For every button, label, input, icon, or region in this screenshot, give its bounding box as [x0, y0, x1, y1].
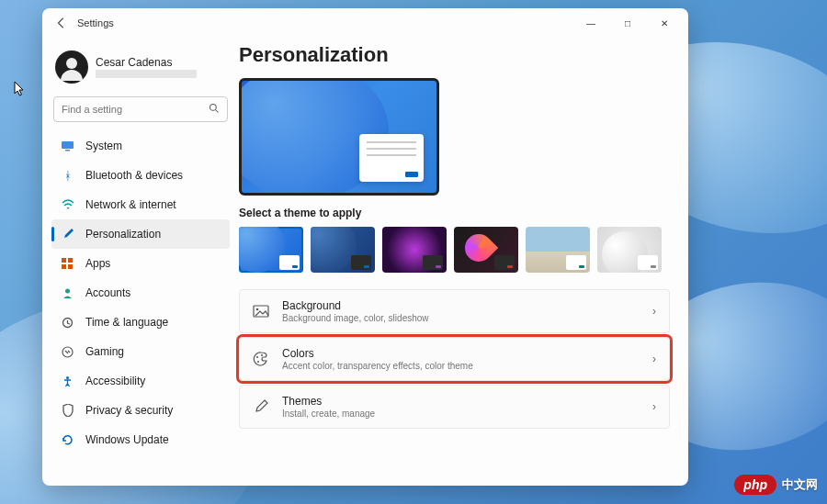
watermark: php 中文网 [734, 475, 818, 495]
watermark-text: 中文网 [782, 476, 818, 493]
back-arrow-icon [55, 17, 68, 29]
window-title: Settings [77, 17, 114, 28]
avatar [55, 50, 88, 84]
svg-point-16 [261, 354, 263, 356]
theme-section-label: Select a theme to apply [239, 207, 670, 219]
desktop-preview [239, 78, 439, 196]
system-icon [61, 140, 74, 153]
sidebar-item-privacy[interactable]: Privacy & security [51, 396, 230, 425]
bluetooth-icon: ᚼ [61, 169, 74, 183]
mouse-cursor-icon [14, 81, 25, 97]
svg-rect-7 [68, 264, 73, 269]
update-icon [61, 433, 74, 447]
close-button[interactable]: ✕ [646, 10, 683, 36]
php-badge: php [734, 475, 776, 495]
svg-rect-4 [62, 258, 66, 263]
back-button[interactable] [48, 17, 75, 29]
setting-title: Themes [282, 395, 640, 408]
theme-thumb-windows-light[interactable] [239, 227, 303, 273]
setting-title: Colors [282, 347, 640, 360]
minimize-button[interactable]: — [572, 10, 609, 36]
svg-rect-5 [68, 258, 73, 263]
search-input[interactable] [62, 104, 209, 115]
profile-email-placeholder [96, 70, 197, 78]
sidebar-item-label: Accessibility [85, 375, 145, 387]
sidebar-item-label: Bluetooth & devices [85, 169, 183, 182]
chevron-right-icon: › [652, 400, 656, 413]
accounts-icon [61, 286, 74, 300]
sidebar-item-network[interactable]: Network & internet [51, 190, 230, 219]
setting-row-themes[interactable]: Themes Install, create, manage › [239, 385, 670, 429]
setting-row-background[interactable]: Background Background image, color, slid… [239, 289, 670, 333]
preview-window-icon [359, 134, 424, 182]
sidebar-item-time[interactable]: Time & language [51, 308, 230, 337]
setting-title: Background [282, 299, 640, 312]
minimize-icon: — [586, 18, 595, 28]
svg-point-15 [257, 361, 259, 363]
page-title: Personalization [239, 43, 670, 67]
chevron-right-icon: › [652, 305, 656, 318]
sidebar-item-label: Gaming [85, 345, 124, 358]
sidebar-item-update[interactable]: Windows Update [51, 425, 230, 454]
svg-rect-6 [62, 264, 66, 269]
sidebar-item-label: Privacy & security [85, 404, 173, 417]
theme-thumb-glow[interactable] [382, 227, 447, 273]
sidebar-item-label: Apps [85, 257, 110, 270]
image-icon [253, 303, 269, 319]
shield-icon [61, 404, 74, 418]
sidebar-item-gaming[interactable]: Gaming [51, 337, 230, 366]
content-area: Personalization Select a theme to apply [235, 38, 688, 486]
sidebar-item-apps[interactable]: Apps [51, 249, 230, 278]
theme-thumb-captured-motion[interactable] [454, 227, 518, 273]
sidebar: Cesar Cadenas System ᚼ Bluetooth & devic… [42, 38, 235, 486]
svg-rect-3 [65, 150, 70, 151]
svg-point-11 [66, 376, 69, 379]
profile-block[interactable]: Cesar Cadenas [51, 47, 230, 93]
palette-icon [253, 351, 269, 367]
profile-name: Cesar Cadenas [96, 56, 197, 69]
theme-thumb-windows-dark[interactable] [311, 227, 375, 273]
close-icon: ✕ [661, 18, 668, 28]
sidebar-item-bluetooth[interactable]: ᚼ Bluetooth & devices [51, 161, 230, 190]
svg-point-8 [65, 288, 70, 293]
sidebar-item-personalization[interactable]: Personalization [51, 219, 230, 249]
maximize-icon: □ [625, 18, 630, 28]
sidebar-item-label: Time & language [85, 316, 168, 329]
theme-thumb-sunrise[interactable] [526, 227, 590, 273]
clock-icon [61, 316, 74, 330]
setting-desc: Install, create, manage [282, 409, 640, 419]
search-box[interactable] [53, 96, 228, 122]
sidebar-item-accessibility[interactable]: Accessibility [51, 366, 230, 396]
sidebar-item-label: System [85, 140, 122, 152]
svg-point-10 [62, 347, 73, 357]
sidebar-item-label: Windows Update [85, 433, 169, 446]
svg-line-1 [216, 109, 219, 112]
sidebar-item-system[interactable]: System [51, 131, 230, 161]
svg-point-14 [256, 356, 258, 358]
sidebar-item-label: Accounts [85, 286, 130, 299]
maximize-button[interactable]: □ [609, 10, 646, 36]
paintbrush-icon [61, 228, 74, 241]
nav-list: System ᚼ Bluetooth & devices Network & i… [51, 131, 230, 486]
chevron-right-icon: › [652, 353, 656, 365]
search-icon [209, 103, 220, 117]
gaming-icon [61, 345, 74, 359]
setting-desc: Background image, color, slideshow [282, 313, 640, 323]
brush-icon [253, 398, 269, 415]
svg-point-0 [210, 104, 217, 110]
setting-desc: Accent color, transparency effects, colo… [282, 361, 640, 371]
wifi-icon [61, 198, 74, 212]
settings-window: Settings — □ ✕ Cesar Cadenas [42, 8, 688, 486]
theme-thumb-flow[interactable] [597, 227, 662, 273]
sidebar-item-label: Network & internet [85, 198, 176, 211]
apps-icon [61, 257, 74, 271]
accessibility-icon [61, 375, 74, 388]
titlebar: Settings — □ ✕ [42, 8, 688, 38]
svg-point-13 [256, 308, 259, 311]
sidebar-item-accounts[interactable]: Accounts [51, 278, 230, 308]
sidebar-item-label: Personalization [85, 228, 161, 241]
themes-grid [239, 227, 670, 273]
svg-rect-2 [62, 141, 74, 149]
setting-row-colors[interactable]: Colors Accent color, transparency effect… [239, 337, 670, 381]
